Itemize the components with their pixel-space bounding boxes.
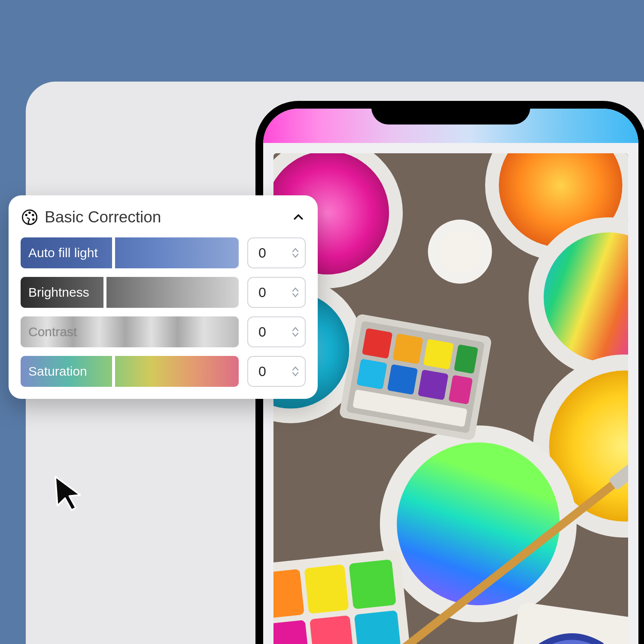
svg-rect-22 bbox=[356, 358, 387, 389]
svg-rect-30 bbox=[349, 559, 396, 609]
slider-handle[interactable] bbox=[112, 237, 115, 268]
phone-content-frame bbox=[263, 143, 638, 644]
stepper-arrows-icon[interactable] bbox=[292, 287, 299, 298]
svg-rect-32 bbox=[310, 615, 355, 644]
brightness-slider[interactable]: Brightness bbox=[21, 277, 239, 308]
slider-label: Contrast bbox=[28, 325, 77, 339]
svg-point-42 bbox=[32, 218, 35, 221]
brightness-stepper[interactable]: 0 bbox=[247, 277, 306, 308]
slider-row-contrast: Contrast 0 bbox=[21, 316, 306, 347]
svg-rect-29 bbox=[304, 564, 349, 614]
stepper-value: 0 bbox=[258, 245, 266, 261]
saturation-stepper[interactable]: 0 bbox=[247, 356, 306, 387]
svg-rect-28 bbox=[273, 569, 304, 619]
slider-row-brightness: Brightness 0 bbox=[21, 277, 306, 308]
auto-fill-light-stepper[interactable]: 0 bbox=[247, 237, 306, 268]
phone-notch bbox=[371, 101, 530, 125]
phone-screen bbox=[263, 109, 638, 644]
slider-row-auto-fill-light: Auto fill light 0 bbox=[21, 237, 306, 268]
svg-rect-31 bbox=[273, 620, 310, 644]
basic-correction-panel: Basic Correction Auto fill light 0 Brigh… bbox=[9, 195, 318, 399]
editor-preview-image[interactable] bbox=[273, 153, 628, 644]
svg-rect-23 bbox=[387, 364, 418, 395]
svg-point-41 bbox=[32, 214, 34, 216]
svg-point-40 bbox=[28, 212, 31, 214]
stepper-arrows-icon[interactable] bbox=[292, 326, 299, 337]
stepper-arrows-icon[interactable] bbox=[292, 366, 299, 377]
svg-point-7 bbox=[439, 231, 481, 273]
slider-label: Brightness bbox=[28, 285, 89, 300]
slider-handle[interactable] bbox=[103, 277, 106, 308]
panel-title: Basic Correction bbox=[45, 208, 285, 226]
auto-fill-light-slider[interactable]: Auto fill light bbox=[21, 237, 239, 268]
svg-rect-24 bbox=[418, 370, 449, 401]
panel-header[interactable]: Basic Correction bbox=[21, 208, 306, 226]
saturation-slider[interactable]: Saturation bbox=[21, 356, 239, 387]
svg-rect-19 bbox=[392, 334, 423, 365]
slider-label: Saturation bbox=[28, 364, 87, 379]
svg-point-13 bbox=[397, 442, 559, 605]
contrast-stepper[interactable]: 0 bbox=[247, 316, 306, 347]
slider-label: Auto fill light bbox=[28, 246, 98, 260]
slider-row-saturation: Saturation 0 bbox=[21, 356, 306, 387]
cursor-arrow-icon bbox=[52, 474, 85, 512]
contrast-slider[interactable]: Contrast bbox=[21, 316, 239, 347]
svg-rect-20 bbox=[423, 339, 454, 370]
stepper-arrows-icon[interactable] bbox=[292, 247, 299, 258]
stepper-value: 0 bbox=[258, 364, 266, 380]
svg-rect-33 bbox=[354, 610, 402, 644]
svg-rect-18 bbox=[362, 328, 393, 359]
slider-handle[interactable] bbox=[112, 356, 115, 387]
stepper-value: 0 bbox=[258, 324, 266, 340]
chevron-up-icon[interactable] bbox=[291, 210, 306, 225]
svg-point-39 bbox=[25, 214, 27, 216]
stepper-value: 0 bbox=[258, 285, 266, 301]
palette-icon bbox=[21, 208, 39, 226]
